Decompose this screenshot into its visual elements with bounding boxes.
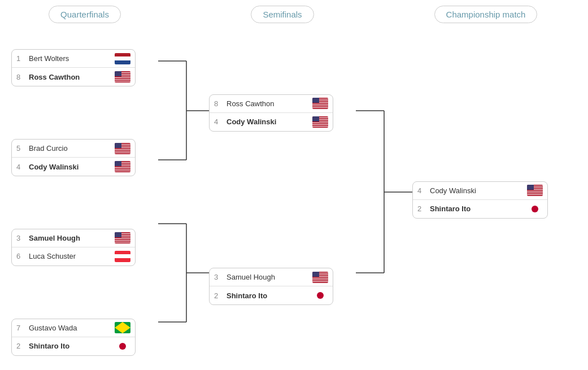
seed-label: 8 <box>214 99 224 108</box>
semifinals-header: Semifinals <box>209 0 356 32</box>
table-row: 3 Samuel Hough <box>12 229 135 247</box>
semifinals-title: Semifinals <box>251 6 313 23</box>
flag-us-icon <box>312 272 328 283</box>
championship-matches: 4 Cody Walinski 2 Shintaro Ito <box>412 32 559 368</box>
semifinals-column: Semifinals 8 Ross Cawthon 4 Cody Walinsk… <box>209 0 356 370</box>
seed-label: 2 <box>16 342 27 350</box>
table-row: 4 Cody Walinski <box>12 158 135 176</box>
qf-match-card-1: 1 Bert Wolters 8 Ross Cawthon <box>11 49 136 86</box>
final-match-card: 4 Cody Walinski 2 Shintaro Ito <box>412 181 548 219</box>
flag-us-icon <box>312 116 328 128</box>
qf-match-card-2: 5 Brad Curcio 4 Cody Walinski <box>11 139 136 176</box>
championship-column: Championship match 4 Cody Walinski 2 Shi… <box>412 0 559 370</box>
table-row: 4 Cody Walinski <box>413 182 547 200</box>
semifinals-matches: 8 Ross Cawthon 4 Cody Walinski 3 <box>209 32 356 368</box>
player-name: Samuel Hough <box>224 273 312 281</box>
final-match: 4 Cody Walinski 2 Shintaro Ito <box>412 181 559 219</box>
seed-label: 8 <box>16 73 27 81</box>
player-name: Bert Wolters <box>27 54 115 63</box>
player-name: Ross Cawthon <box>224 99 312 108</box>
flag-br-icon <box>115 322 130 333</box>
seed-label: 1 <box>16 54 27 63</box>
seed-label: 2 <box>417 204 428 213</box>
flag-nl-icon <box>115 53 130 64</box>
seed-label: 2 <box>214 291 224 300</box>
player-name: Cody Walinski <box>428 186 527 195</box>
quarterfinals-column: Quarterfinals 1 Bert Wolters 8 Ross Cawt… <box>11 0 158 370</box>
sf-match-card-2: 3 Samuel Hough 2 Shintaro Ito <box>209 268 333 305</box>
player-name: Cody Walinski <box>224 117 312 126</box>
qf-match-4: 7 Gustavo Wada 2 Shintaro Ito <box>11 319 158 356</box>
player-name: Samuel Hough <box>27 234 115 242</box>
qf-match-2: 5 Brad Curcio 4 Cody Walinski <box>11 139 158 176</box>
player-name: Luca Schuster <box>27 252 115 260</box>
qf-match-1: 1 Bert Wolters 8 Ross Cawthon <box>11 49 158 86</box>
flag-us-icon <box>527 185 543 196</box>
table-row: 4 Cody Walinski <box>210 113 333 131</box>
seed-label: 3 <box>16 234 27 242</box>
table-row: 8 Ross Cawthon <box>210 95 333 113</box>
flag-jp-icon <box>527 203 543 215</box>
table-row: 7 Gustavo Wada <box>12 319 135 337</box>
bracket-container: Quarterfinals 1 Bert Wolters 8 Ross Cawt… <box>0 0 588 370</box>
seed-label: 7 <box>16 324 27 332</box>
player-name: Cody Walinski <box>27 163 115 171</box>
sf-match-1: 8 Ross Cawthon 4 Cody Walinski <box>209 94 356 132</box>
flag-us-icon <box>115 161 130 172</box>
quarterfinals-matches: 1 Bert Wolters 8 Ross Cawthon 5 <box>11 32 158 368</box>
seed-label: 4 <box>417 186 428 195</box>
seed-label: 3 <box>214 273 224 281</box>
sf-match-2: 3 Samuel Hough 2 Shintaro Ito <box>209 268 356 305</box>
player-name: Shintaro Ito <box>27 342 115 350</box>
table-row: 2 Shintaro Ito <box>413 200 547 218</box>
flag-us-icon <box>115 143 130 154</box>
championship-header: Championship match <box>412 0 559 32</box>
qf-match-card-3: 3 Samuel Hough 6 Luca Schuster <box>11 229 136 266</box>
championship-title: Championship match <box>434 6 538 23</box>
table-row: 1 Bert Wolters <box>12 50 135 68</box>
flag-jp-icon <box>312 290 328 301</box>
table-row: 2 Shintaro Ito <box>12 337 135 355</box>
flag-at-icon <box>115 251 130 262</box>
seed-label: 6 <box>16 252 27 260</box>
quarterfinals-title: Quarterfinals <box>49 6 121 23</box>
flag-us-icon <box>115 71 130 82</box>
player-name: Shintaro Ito <box>224 291 312 300</box>
table-row: 2 Shintaro Ito <box>210 286 333 304</box>
player-name: Brad Curcio <box>27 144 115 153</box>
qf-match-card-4: 7 Gustavo Wada 2 Shintaro Ito <box>11 319 136 356</box>
player-name: Gustavo Wada <box>27 324 115 332</box>
seed-label: 4 <box>214 117 224 126</box>
player-name: Ross Cawthon <box>27 73 115 81</box>
flag-us-icon <box>312 98 328 109</box>
quarterfinals-header: Quarterfinals <box>11 0 158 32</box>
flag-us-icon <box>115 232 130 243</box>
qf-match-3: 3 Samuel Hough 6 Luca Schuster <box>11 229 158 266</box>
table-row: 6 Luca Schuster <box>12 247 135 265</box>
seed-label: 5 <box>16 144 27 153</box>
table-row: 8 Ross Cawthon <box>12 68 135 86</box>
sf-match-card-1: 8 Ross Cawthon 4 Cody Walinski <box>209 94 333 132</box>
flag-jp-icon <box>115 341 130 352</box>
player-name: Shintaro Ito <box>428 204 527 213</box>
table-row: 5 Brad Curcio <box>12 140 135 158</box>
table-row: 3 Samuel Hough <box>210 268 333 286</box>
seed-label: 4 <box>16 163 27 171</box>
